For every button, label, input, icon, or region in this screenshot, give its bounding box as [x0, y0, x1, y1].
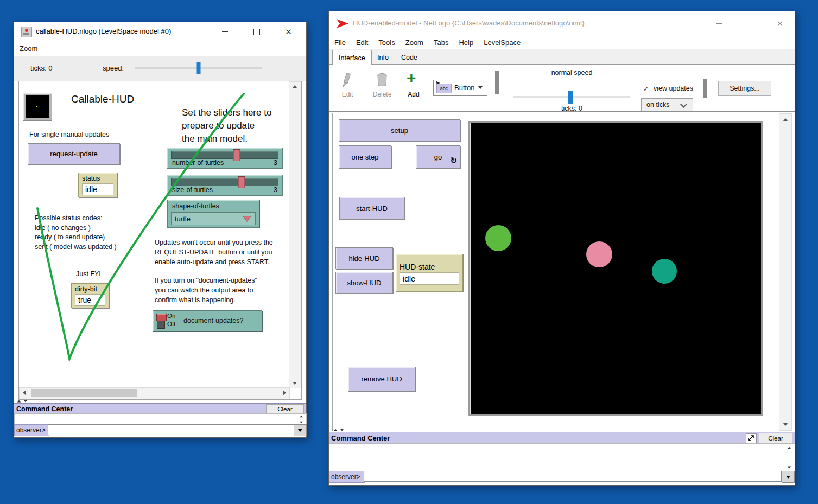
setup-button[interactable]: setup: [339, 119, 460, 141]
hud-state-monitor-value: idle: [400, 272, 459, 285]
delete-button-label[interactable]: Delete: [368, 91, 396, 98]
view-updates-label[interactable]: view updates: [654, 85, 693, 92]
right-vscrollbar[interactable]: [779, 113, 792, 431]
left-cc-history-dropdown[interactable]: [294, 424, 307, 436]
left-minimize-button[interactable]: [213, 22, 237, 41]
right-vscroll-down-icon[interactable]: [783, 423, 788, 426]
right-titlebar[interactable]: HUD-enabled-model - NetLogo {C:\Users\wa…: [329, 11, 795, 36]
delete-trash-icon[interactable]: [376, 72, 389, 88]
left-window-title: callable-HUD.nlogo (LevelSpace model #0): [36, 27, 171, 35]
hud-state-monitor: HUD-state idle: [396, 254, 463, 292]
speed-slider-track[interactable]: [513, 96, 630, 98]
hide-hud-button[interactable]: hide-HUD: [335, 247, 393, 269]
right-splitter[interactable]: [333, 429, 344, 431]
left-ticks-counter: ticks: 0: [30, 64, 52, 72]
menu-help[interactable]: Help: [459, 39, 473, 47]
right-command-input[interactable]: [364, 471, 782, 482]
right-observer-prompt: observer>: [329, 471, 365, 483]
turtle: [485, 225, 511, 251]
speed-label: normal speed: [513, 69, 630, 76]
menu-file[interactable]: File: [334, 39, 346, 47]
turtle: [586, 241, 612, 267]
left-hscrollbar[interactable]: [19, 387, 290, 399]
left-cc-scroll-up-icon[interactable]: [300, 416, 303, 418]
right-cc-clear-button[interactable]: Clear: [759, 433, 792, 443]
ticks-counter: ticks: 0: [513, 105, 630, 112]
go-button-label: go: [434, 153, 442, 161]
forever-icon: ↻: [450, 156, 457, 165]
widget-type-value: Button: [454, 84, 475, 92]
left-maximize-button[interactable]: [244, 22, 269, 41]
right-cc-resize-button[interactable]: [746, 433, 757, 443]
left-splitter[interactable]: [17, 400, 28, 403]
left-close-button[interactable]: ✕: [276, 22, 301, 41]
left-hscroll-right-icon[interactable]: [283, 390, 286, 395]
left-vscroll-up-icon[interactable]: [293, 85, 297, 88]
left-vscroll-down-icon[interactable]: [293, 382, 297, 385]
go-button[interactable]: go ↻: [416, 145, 460, 168]
left-speed-label: speed:: [103, 64, 124, 72]
left-model-content: Callable-HUD For single manual updates r…: [19, 81, 289, 387]
right-close-button[interactable]: ✕: [766, 11, 794, 36]
right-cc-scroll-up-icon[interactable]: [788, 447, 791, 449]
left-cc-scroll-down-icon[interactable]: [300, 422, 303, 424]
view-updates-checkbox[interactable]: ✓: [642, 85, 650, 93]
edit-button-label[interactable]: Edit: [335, 91, 359, 98]
left-speed-slider-thumb[interactable]: [197, 62, 201, 74]
speed-slider-thumb[interactable]: [568, 91, 573, 104]
add-button-label[interactable]: Add: [402, 91, 426, 98]
levelspace-model-window: callable-HUD.nlogo (LevelSpace model #0)…: [14, 22, 307, 438]
right-window-title: HUD-enabled-model - NetLogo {C:\Users\wa…: [353, 19, 584, 27]
update-mode-chevron-icon: [680, 101, 687, 108]
netlogo-main-window: HUD-enabled-model - NetLogo {C:\Users\wa…: [328, 11, 795, 486]
left-cc-output[interactable]: [14, 413, 307, 425]
tab-code[interactable]: Code: [395, 50, 423, 64]
netlogo-app-icon: [21, 27, 32, 37]
left-cc-title: Command Center: [14, 405, 73, 413]
right-maximize-button[interactable]: [735, 11, 765, 36]
left-hscroll-thumb[interactable]: [31, 389, 137, 397]
menu-tabs[interactable]: Tabs: [434, 39, 448, 47]
widget-type-dropdown[interactable]: abc Button: [433, 80, 487, 96]
show-hud-button[interactable]: show-HUD: [335, 272, 393, 294]
right-cc-header: Command Center Clear: [329, 432, 795, 444]
netlogo-logo-icon: [336, 18, 349, 29]
settings-button[interactable]: Settings...: [718, 81, 771, 96]
menu-zoom[interactable]: Zoom: [20, 44, 37, 53]
right-cc-output[interactable]: [329, 443, 795, 472]
update-mode-value: on ticks: [646, 101, 669, 109]
toolbar-separator-2: [703, 79, 707, 98]
left-titlebar[interactable]: callable-HUD.nlogo (LevelSpace model #0)…: [14, 22, 306, 42]
right-cc-scroll-down-icon[interactable]: [788, 467, 791, 469]
left-hscroll-left-icon[interactable]: [23, 390, 26, 395]
right-cc-history-dropdown[interactable]: [782, 471, 795, 483]
right-model-pane: setup one step go ↻ start-HUD hide-HUD s…: [332, 113, 792, 431]
add-plus-icon[interactable]: +: [407, 69, 416, 87]
left-observer-prompt: observer>: [14, 424, 49, 436]
left-menubar: Zoom: [14, 41, 306, 56]
tab-info[interactable]: Info: [371, 50, 395, 64]
right-minimize-button[interactable]: [703, 11, 734, 36]
menu-edit[interactable]: Edit: [356, 39, 368, 47]
widget-type-arrow-icon: [478, 86, 483, 89]
menu-tools[interactable]: Tools: [378, 39, 395, 47]
turtle: [652, 259, 677, 284]
world-view-canvas[interactable]: [468, 121, 763, 416]
start-hud-button[interactable]: start-HUD: [339, 197, 404, 220]
right-vscroll-up-icon[interactable]: [783, 118, 788, 121]
left-speed-slider-track[interactable]: [135, 67, 262, 69]
right-model-content: setup one step go ↻ start-HUD hide-HUD s…: [333, 113, 779, 430]
update-mode-dropdown[interactable]: on ticks: [641, 98, 693, 111]
tab-interface[interactable]: Interface: [332, 50, 372, 65]
edit-pencil-icon[interactable]: [341, 72, 353, 90]
left-command-input[interactable]: [48, 424, 294, 435]
right-cc-title: Command Center: [329, 434, 390, 442]
remove-hud-button[interactable]: remove HUD: [348, 367, 415, 391]
menu-zoom[interactable]: Zoom: [405, 39, 423, 47]
menu-levelspace[interactable]: LevelSpace: [484, 39, 521, 47]
left-cc-clear-button[interactable]: Clear: [266, 404, 304, 414]
toolbar-separator: [495, 71, 499, 94]
left-vscrollbar[interactable]: [289, 81, 301, 388]
right-menubar: File Edit Tools Zoom Tabs Help LevelSpac…: [329, 36, 795, 49]
one-step-button[interactable]: one step: [339, 145, 391, 168]
